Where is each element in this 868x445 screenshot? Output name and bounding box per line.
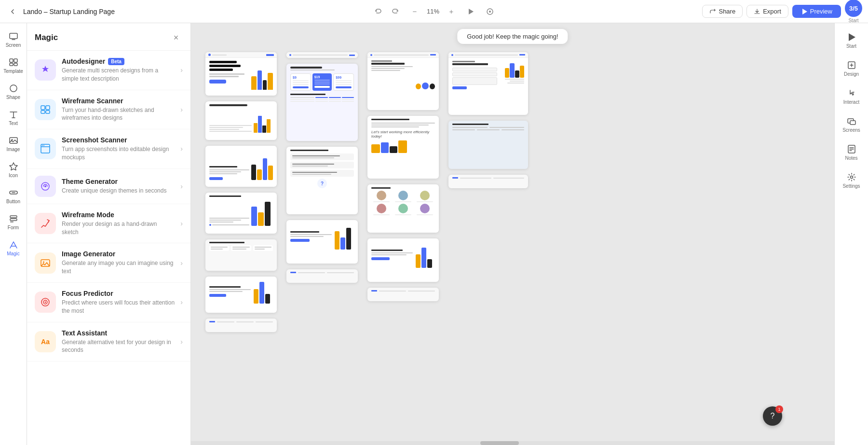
design-page-stats[interactable]: [205, 146, 277, 187]
sidebar-item-template[interactable]: Template: [2, 53, 25, 78]
template-icon: [9, 57, 18, 67]
scrollbar-thumb: [480, 441, 519, 445]
design-page-about-footer[interactable]: [367, 288, 439, 301]
svg-rect-6: [14, 59, 17, 62]
help-button[interactable]: ? 1: [763, 406, 782, 426]
autodesigner-desc: Generate multi screen designs from a sim…: [62, 67, 175, 83]
pricing-nav: [286, 52, 358, 58]
magic-item-focus-predictor[interactable]: Focus Predictor Predict where users will…: [27, 283, 190, 322]
play-button[interactable]: [463, 4, 478, 19]
right-sidebar-item-settings[interactable]: Settings: [837, 167, 866, 194]
right-sidebar-item-start[interactable]: Start: [837, 27, 866, 54]
right-sidebar-item-design[interactable]: Design: [837, 55, 866, 82]
start-icon: [847, 32, 856, 42]
magic-item-theme-generator[interactable]: Theme Generator Create unique design the…: [27, 169, 190, 204]
sidebar-item-magic[interactable]: Magic: [2, 236, 25, 261]
target-button[interactable]: [482, 4, 498, 19]
svg-rect-4: [10, 33, 17, 39]
screenshot-scanner-desc: Turn app screenshots into editable desig…: [62, 145, 175, 162]
canvas-content: $9 $19: [191, 23, 834, 441]
design-page-about[interactable]: [367, 52, 439, 110]
design-page-contact[interactable]: [448, 52, 528, 115]
svg-point-2: [489, 11, 491, 13]
shape-icon: [9, 83, 18, 93]
design-page-pricing-footer[interactable]: [286, 269, 358, 283]
screens-label: Screens: [842, 127, 860, 133]
svg-marker-0: [469, 9, 474, 14]
right-sidebar-item-interact[interactable]: Interact: [837, 83, 866, 110]
magic-item-autodesigner[interactable]: Autodesigner Beta Generate multi screen …: [27, 51, 190, 90]
design-page-about-cta[interactable]: [367, 238, 439, 282]
design-page-testimonials[interactable]: [205, 239, 277, 271]
right-sidebar-item-screens[interactable]: Screens: [837, 111, 866, 138]
sidebar-item-image[interactable]: Image: [2, 131, 25, 156]
about-footer: [367, 288, 439, 294]
magic-item-screenshot-scanner[interactable]: Screenshot Scanner Turn app screenshots …: [27, 129, 190, 169]
design-page-pricing[interactable]: $9 $19: [286, 64, 358, 141]
design-page-features[interactable]: [205, 101, 277, 140]
help-notification-badge: 1: [775, 405, 783, 413]
wireframe-scanner-content: Wireframe Scanner Turn your hand-drawn s…: [62, 97, 175, 123]
sidebar-item-shape[interactable]: Shape: [2, 79, 25, 104]
back-button[interactable]: [6, 5, 19, 18]
design-page-location[interactable]: [448, 121, 528, 169]
share-button[interactable]: Share: [702, 5, 743, 18]
magic-panel-close-button[interactable]: ×: [169, 31, 183, 44]
magic-item-text-assistant[interactable]: Aa Text Assistant Generate alternative t…: [27, 322, 190, 362]
image-generator-title: Image Generator: [62, 250, 175, 258]
design-page-cta[interactable]: [205, 277, 277, 313]
text-assistant-desc: Generate alternative text for your desig…: [62, 338, 175, 355]
design-page-contact-footer[interactable]: [448, 175, 528, 188]
sidebar-item-text[interactable]: Text: [2, 105, 25, 130]
page-column-2: $9 $19: [286, 52, 358, 283]
svg-rect-13: [10, 216, 17, 218]
topbar-right: Share Export Preview 3/5 Start: [502, 0, 862, 23]
wireframe-mode-desc: Render your design as a hand-drawn sketc…: [62, 220, 175, 236]
magic-item-image-generator[interactable]: Image Generator Generate any image you c…: [27, 243, 190, 283]
svg-point-24: [44, 185, 46, 187]
zoom-in-button[interactable]: +: [444, 4, 459, 19]
main-layout: Screen Template Shape Text Image Icon: [0, 23, 868, 445]
theme-generator-title: Theme Generator: [62, 178, 175, 185]
export-button[interactable]: Export: [746, 5, 788, 18]
focus-predictor-desc: Predict where users will focus their att…: [62, 299, 175, 315]
progress-badge: 3/5: [845, 0, 862, 17]
design-page-pricing-cta[interactable]: [286, 220, 358, 264]
svg-rect-8: [14, 63, 17, 66]
design-page-mission[interactable]: Let's start working more efficiently tod…: [367, 116, 439, 179]
wireframe-scanner-desc: Turn your hand-drawn sketches and wirefr…: [62, 106, 175, 123]
about-cta-content: [367, 238, 439, 271]
design-page-pricing-nav[interactable]: [286, 52, 358, 58]
wireframe-scanner-arrow: ›: [180, 106, 183, 113]
magic-item-wireframe-scanner[interactable]: Wireframe Scanner Turn your hand-drawn s…: [27, 90, 190, 130]
design-page-hero[interactable]: [205, 52, 277, 96]
preview-button[interactable]: Preview: [792, 5, 841, 18]
sidebar-item-button[interactable]: Button: [2, 183, 25, 209]
magic-item-wireframe-mode[interactable]: Wireframe Mode Render your design as a h…: [27, 204, 190, 244]
theme-generator-content: Theme Generator Create unique design the…: [62, 178, 175, 195]
sidebar-item-form[interactable]: Form: [2, 209, 25, 235]
page-column-4: [448, 52, 528, 188]
design-page-team[interactable]: [367, 184, 439, 233]
design-page-faq[interactable]: ?: [286, 147, 358, 214]
sidebar-item-template-label: Template: [3, 69, 23, 74]
sidebar-item-icon[interactable]: Icon: [2, 157, 25, 182]
zoom-out-button[interactable]: −: [407, 4, 422, 19]
magic-icon: [9, 240, 18, 250]
screenshot-scanner-content: Screenshot Scanner Turn app screenshots …: [62, 136, 175, 162]
mission-content: Let's start working more efficiently tod…: [367, 116, 439, 156]
sidebar-item-screen[interactable]: Screen: [2, 27, 25, 52]
interact-label: Interact: [843, 99, 859, 105]
sidebar-item-image-label: Image: [7, 147, 20, 152]
theme-generator-icon: [35, 176, 56, 197]
design-page-footer[interactable]: [205, 319, 277, 332]
design-page-how[interactable]: [205, 193, 277, 234]
wireframe-scanner-icon: [35, 99, 56, 120]
right-sidebar-item-notes[interactable]: Notes: [837, 139, 866, 166]
undo-button[interactable]: [370, 4, 386, 19]
settings-icon: [847, 172, 856, 182]
mockup-hero-content: [205, 58, 277, 93]
redo-button[interactable]: [388, 4, 403, 19]
horizontal-scrollbar[interactable]: [191, 441, 834, 445]
icon-icon: [9, 162, 18, 171]
